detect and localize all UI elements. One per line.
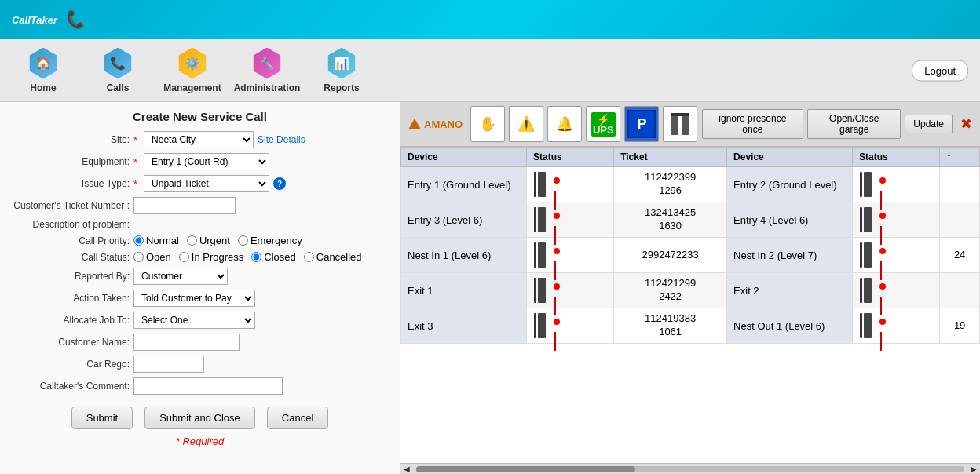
col-arrow: ↑ xyxy=(940,148,980,167)
parking-device-button[interactable]: P xyxy=(624,106,659,142)
status-closed-option[interactable]: Closed xyxy=(251,251,295,263)
navigation: 🏠 Home 📞 Calls ⚙️ Management 🔧 Administr… xyxy=(0,39,980,102)
home-icon: 🏠 xyxy=(27,48,59,79)
scroll-left-icon[interactable]: ◀ xyxy=(400,463,413,474)
priority-emergency-radio[interactable] xyxy=(238,235,248,246)
right-ticket-number xyxy=(940,273,980,308)
equipment-select[interactable]: Entry 1 (Court Rd) xyxy=(144,153,269,170)
svg-rect-14 xyxy=(860,242,862,268)
submit-button[interactable]: Submit xyxy=(71,407,133,429)
status-cancelled-radio[interactable] xyxy=(304,252,314,262)
svg-rect-7 xyxy=(538,207,546,232)
ticket-number: 1324134251630 xyxy=(614,202,727,238)
status-closed-radio[interactable] xyxy=(251,252,261,262)
close-panel-icon[interactable]: ✖ xyxy=(960,115,972,133)
scroll-right-icon[interactable]: ▶ xyxy=(967,463,980,474)
svg-rect-18 xyxy=(860,278,862,303)
status-group: Open In Progress Closed Cancelled xyxy=(133,251,362,263)
status-cancelled-option[interactable]: Cancelled xyxy=(304,251,362,263)
bell-device-button[interactable]: 🔔 xyxy=(547,106,582,142)
right-device-name: Nest In 2 (Level 7) xyxy=(727,238,853,273)
reported-by-label: Reported By: xyxy=(12,271,130,282)
priority-emergency-option[interactable]: Emergency xyxy=(238,235,302,246)
svg-rect-11 xyxy=(538,242,546,268)
logout-button[interactable]: Logout xyxy=(912,60,968,81)
page-title: Create New Service Call xyxy=(12,110,388,123)
nav-administration[interactable]: 🔧 Administration xyxy=(232,43,302,98)
left-device-status xyxy=(527,273,614,308)
right-device-status xyxy=(853,273,940,308)
svg-rect-15 xyxy=(538,278,546,303)
site-select[interactable]: Neeta City xyxy=(144,131,254,148)
right-device-name: Nest Out 1 (Level 6) xyxy=(727,308,853,344)
table-row: Entry 1 (Ground Level) 1124223991296 Ent… xyxy=(401,167,980,202)
ticket-number: 1124212992422 xyxy=(614,273,727,308)
status-open-radio[interactable] xyxy=(133,252,144,262)
amano-triangle-icon xyxy=(408,118,421,129)
nav-calls[interactable]: 📞 Calls xyxy=(82,43,153,98)
customer-name-input[interactable] xyxy=(133,334,240,351)
svg-rect-10 xyxy=(860,207,862,232)
nav-home-label: Home xyxy=(30,82,56,93)
nav-home[interactable]: 🏠 Home xyxy=(8,43,79,98)
col-ticket: Ticket xyxy=(614,148,727,167)
svg-rect-17 xyxy=(864,278,872,303)
priority-urgent-option[interactable]: Urgent xyxy=(187,235,230,246)
left-device-name: Entry 1 (Ground Level) xyxy=(401,167,527,202)
col-device-right: Device xyxy=(727,148,853,167)
car-rego-input[interactable] xyxy=(133,356,204,373)
ignore-presence-button[interactable]: ignore presence once xyxy=(702,109,804,139)
site-details-link[interactable]: Site Details xyxy=(258,134,305,145)
open-close-garage-button[interactable]: Open/Close garage xyxy=(807,109,901,139)
gate-device-button[interactable] xyxy=(663,106,697,142)
right-ticket-number xyxy=(940,167,980,202)
allocate-job-select[interactable]: Select One xyxy=(133,312,255,329)
call-priority-row: Call Priority: Normal Urgent Emergency xyxy=(12,235,388,246)
left-device-name: Nest In 1 (Level 6) xyxy=(401,238,527,273)
warning-device-button[interactable]: ⚠️ xyxy=(509,106,543,142)
calltaker-comment-input[interactable] xyxy=(133,377,283,395)
nav-management[interactable]: ⚙️ Management xyxy=(157,43,228,98)
customer-ticket-input[interactable] xyxy=(133,197,236,214)
col-status-left: Status xyxy=(527,148,614,167)
svg-rect-6 xyxy=(860,172,862,197)
update-button[interactable]: Update xyxy=(905,115,953,133)
col-status-right: Status xyxy=(853,148,940,167)
svg-rect-16 xyxy=(534,278,536,303)
priority-normal-radio[interactable] xyxy=(133,235,144,246)
issue-type-select[interactable]: Unpaid Ticket xyxy=(144,175,269,192)
nav-reports[interactable]: 📊 Reports xyxy=(306,43,377,98)
table-row: Entry 3 (Level 6) 1324134251630 Entry 4 … xyxy=(401,202,980,238)
form-panel: Create New Service Call Site: * Neeta Ci… xyxy=(0,102,400,474)
site-row: Site: * Neeta City Site Details xyxy=(12,131,388,148)
svg-rect-0 xyxy=(671,113,678,135)
ticket-number: 2992472233 xyxy=(614,238,727,273)
equipment-row: Equipment: * Entry 1 (Court Rd) xyxy=(12,153,388,170)
ups-device-button[interactable]: ⚡ UPS xyxy=(586,106,620,142)
submit-close-button[interactable]: Submit and Close xyxy=(144,407,255,429)
priority-urgent-radio[interactable] xyxy=(187,235,197,246)
status-inprogress-radio[interactable] xyxy=(179,252,189,262)
svg-rect-5 xyxy=(864,172,872,197)
horizontal-scrollbar[interactable]: ◀ ▶ xyxy=(400,463,980,474)
right-device-status xyxy=(853,238,940,273)
svg-rect-21 xyxy=(864,313,872,338)
calltaker-comment-row: Calltaker's Comment: xyxy=(12,377,388,395)
action-taken-select[interactable]: Told Customer to Pay xyxy=(133,290,255,307)
status-open-option[interactable]: Open xyxy=(133,251,171,263)
description-label: Description of problem: xyxy=(12,219,130,230)
cancel-button[interactable]: Cancel xyxy=(267,407,328,429)
ticket-number: 1124193831061 xyxy=(614,308,727,344)
nav-administration-label: Administration xyxy=(234,82,301,93)
col-device-left: Device xyxy=(401,148,527,167)
help-icon[interactable]: ? xyxy=(273,177,286,190)
calls-icon: 📞 xyxy=(102,48,133,79)
reported-by-select[interactable]: Customer xyxy=(133,268,228,285)
equipment-label: Equipment: xyxy=(12,156,130,167)
status-inprogress-option[interactable]: In Progress xyxy=(179,251,243,263)
car-rego-label: Car Rego: xyxy=(12,359,130,370)
hand-device-button[interactable]: ✋ xyxy=(470,106,505,142)
priority-normal-option[interactable]: Normal xyxy=(133,235,179,246)
svg-rect-4 xyxy=(534,172,536,197)
svg-rect-13 xyxy=(864,242,872,268)
